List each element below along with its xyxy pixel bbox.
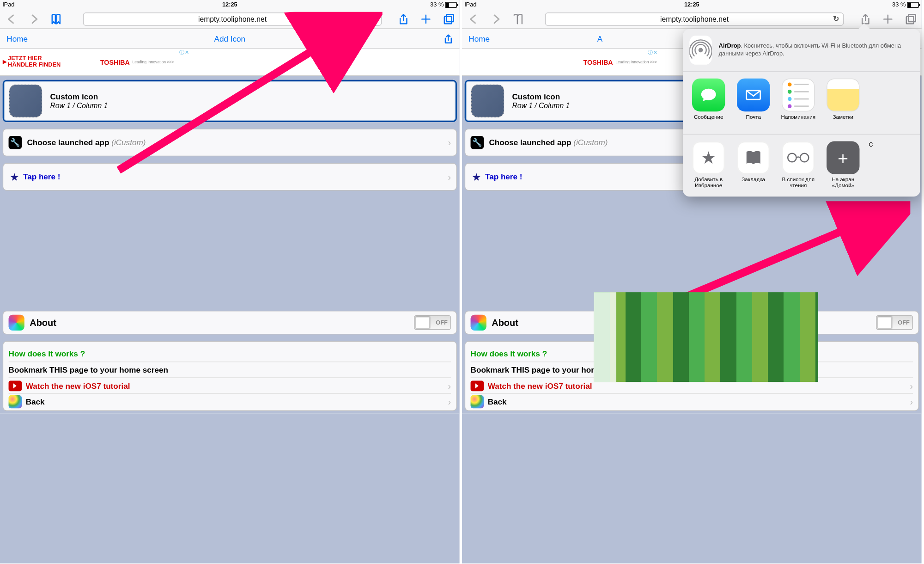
airdrop-section[interactable]: AirDrop. Коснитесь, чтобы включить Wi-Fi… [683,29,920,72]
action-item-2[interactable]: В список длячтения [779,141,817,190]
info-block: How does it works ? Bookmark THIS page t… [3,341,457,411]
share-item-3[interactable]: Заметки [824,79,862,128]
ad-banner[interactable]: JETZT HIERHÄNDLER FINDEN TOSHIBALeading … [0,49,460,76]
youtube-icon [471,380,484,391]
tap-here-row[interactable]: ★ Tap here ! › [3,163,457,190]
chevron-right-icon: › [448,380,451,391]
share-apps-section: СообщениеПочтаНапоминанияЗаметки [683,72,920,135]
custom-icon-thumb [471,85,504,117]
share-icon[interactable] [397,13,409,25]
share-actions-section: ★Добавить вИзбранноеЗакладкаВ список для… [683,135,920,196]
home-link[interactable]: Home [468,34,490,43]
chevron-right-icon: › [910,380,913,391]
share-item-2[interactable]: Напоминания [779,79,817,128]
custom-icon-thumb [9,85,42,117]
wrench-icon: 🔧 [9,136,22,149]
status-bar: iPad 12:25 33 % [462,0,922,9]
chevron-right-icon: › [448,172,451,182]
reload-icon[interactable]: ↻ [833,14,839,23]
custom-icon-row[interactable]: Custom icon Row 1 / Column 1 [3,80,457,122]
svg-point-7 [788,153,796,162]
share-popover: AirDrop. Коснитесь, чтобы включить Wi-Fi… [683,29,920,196]
device-label: iPad [465,1,477,8]
share-item-1[interactable]: Почта [734,79,772,128]
ipad-pane-right: iPad 12:25 33 % iempty.tooliphone.net ↻ … [462,0,922,564]
watch-tutorial-row[interactable]: Watch the new iOS7 tutorial › [9,377,451,393]
adchoices-icon[interactable]: ⓘ✕ [179,49,189,56]
wrench-icon: 🔧 [471,136,484,149]
paint-icon [471,395,484,408]
device-label: iPad [3,1,15,8]
tabs-icon[interactable] [443,13,455,25]
back-row[interactable]: Back › [9,393,451,409]
action-item-0[interactable]: ★Добавить вИзбранное [689,141,728,190]
star-icon: ★ [472,171,481,183]
about-row[interactable]: About OFF [3,311,457,334]
star-icon: ★ [10,171,19,183]
bookmarks-icon[interactable] [50,13,62,25]
page-content: Home Add Icon JETZT HIERHÄNDLER FINDEN T… [0,29,460,414]
back-row[interactable]: Back › [471,393,913,409]
forward-icon[interactable] [29,13,41,25]
paint-icon [9,395,22,408]
about-switch[interactable]: OFF [876,315,913,330]
more-actions-peek[interactable]: С [869,141,874,147]
svg-rect-4 [908,14,916,22]
back-icon[interactable] [5,13,17,25]
custom-icon-position: Row 1 / Column 1 [50,102,108,110]
battery-label: 33 % [430,1,444,8]
url-text: iempty.tooliphone.net [660,15,729,23]
url-field[interactable]: iempty.tooliphone.net ↻ [545,12,844,25]
battery-icon [445,2,457,8]
choose-app-row[interactable]: 🔧 Choose launched app (iCustom) › [3,129,457,156]
svg-rect-1 [446,14,454,22]
chevron-right-icon: › [448,137,451,148]
url-text: iempty.tooliphone.net [198,15,267,23]
svg-rect-0 [444,16,452,24]
page-title: Add Icon [214,34,246,43]
chevron-right-icon: › [910,396,913,407]
pixel-preview [594,292,818,382]
svg-rect-3 [906,16,914,24]
home-link[interactable]: Home [6,34,28,43]
about-switch[interactable]: OFF [414,315,451,330]
clock: 12:25 [222,1,237,8]
ipad-pane-left: iPad 12:25 33 % iempty.tooliphone.net ↻ … [0,0,460,564]
new-tab-icon[interactable] [420,13,432,25]
safari-toolbar: iempty.tooliphone.net ↻ [462,9,922,29]
page-share-icon[interactable] [444,34,453,43]
color-wheel-icon [9,315,24,331]
safari-toolbar: iempty.tooliphone.net ↻ [0,9,460,29]
url-field[interactable]: iempty.tooliphone.net ↻ [83,12,382,25]
color-wheel-icon [471,315,486,331]
back-icon[interactable] [467,13,479,25]
share-item-0[interactable]: Сообщение [689,79,728,128]
page-header: Home Add Icon [0,29,460,49]
status-bar: iPad 12:25 33 % [0,0,460,9]
reload-icon[interactable]: ↻ [371,14,377,23]
tabs-icon[interactable] [905,13,917,25]
new-tab-icon[interactable] [882,13,894,25]
page-title-cut: A [597,34,602,43]
airdrop-icon [689,36,712,65]
forward-icon[interactable] [491,13,503,25]
adchoices-icon[interactable]: ⓘ✕ [648,49,657,56]
bookmarks-icon[interactable] [512,13,524,25]
battery-label: 33 % [892,1,906,8]
clock: 12:25 [684,1,699,8]
chevron-right-icon: › [448,396,451,407]
custom-icon-title: Custom icon [50,92,108,102]
svg-point-8 [800,153,808,162]
action-item-1[interactable]: Закладка [734,141,772,190]
battery-icon [907,2,919,8]
svg-point-5 [699,49,702,52]
youtube-icon [9,380,22,391]
action-item-3[interactable]: ＋На экран«Домой» [824,141,862,190]
